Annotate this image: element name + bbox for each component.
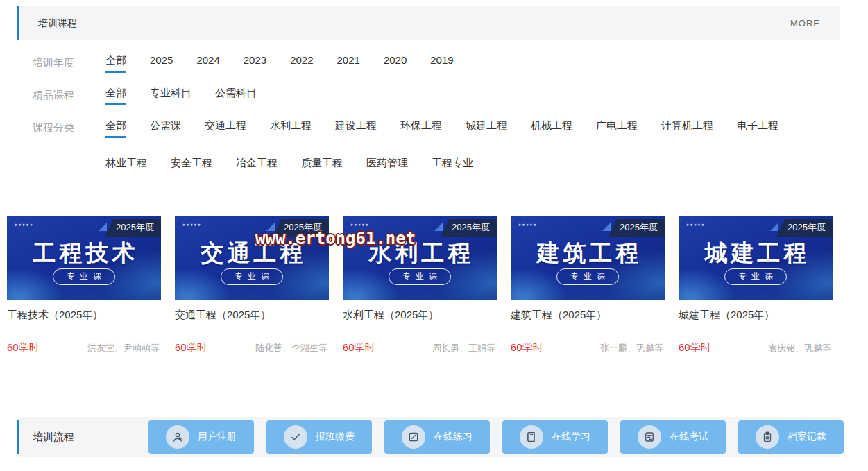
accent-bar <box>17 420 19 454</box>
process-step-报班缴费[interactable]: 报班缴费 <box>266 420 372 454</box>
badge-triangle-icon <box>770 223 778 231</box>
course-title[interactable]: 交通工程（2025年） <box>175 309 329 322</box>
banner-title: 水利工程 <box>343 238 497 269</box>
filter-options: 全部专业科目公需科目 <box>105 87 257 105</box>
filter-option[interactable]: 电子工程 <box>737 119 778 138</box>
filter-option[interactable]: 计算机工程 <box>661 119 713 138</box>
filter-option[interactable]: 全部 <box>105 54 126 73</box>
course-teachers: 陆化普、李湖生等 <box>255 342 327 354</box>
filter-option[interactable]: 2024 <box>196 54 219 73</box>
course-card[interactable]: ▸▸▸▸▸2025年度工程技术专业课工程技术（2025年）60学时洪友堂、尹萌萌… <box>7 216 161 354</box>
more-link[interactable]: MORE <box>790 18 820 28</box>
filter-option[interactable]: 公需科目 <box>215 87 257 105</box>
course-type-pill: 专业课 <box>389 268 451 285</box>
process-bar: 培训流程 用户注册报班缴费在线练习在线学习在线考试档案记载 <box>17 417 840 457</box>
filter-option[interactable]: 工程专业 <box>432 157 473 175</box>
process-step-label: 在线练习 <box>434 431 473 443</box>
filter-row-0: 培训年度全部2025202420232022202120202019 <box>17 54 840 73</box>
filter-option[interactable]: 建设工程 <box>335 119 377 138</box>
course-title[interactable]: 水利工程（2025年） <box>343 309 497 322</box>
filter-option[interactable]: 质量工程 <box>301 157 343 175</box>
banner-title: 交通工程 <box>175 238 329 269</box>
filter-option[interactable]: 水利工程 <box>270 119 312 138</box>
process-step-在线学习[interactable]: 在线学习 <box>502 420 608 454</box>
process-steps: 用户注册报班缴费在线练习在线学习在线考试档案记载 <box>148 420 844 454</box>
filter-rows: 培训年度全部2025202420232022202120202019精品课程全部… <box>17 40 840 175</box>
year-badge: 2025年度 <box>105 219 161 237</box>
section-header: 培训课程 MORE <box>17 6 840 40</box>
filter-option[interactable]: 机械工程 <box>531 119 572 138</box>
process-step-用户注册[interactable]: 用户注册 <box>148 420 254 454</box>
course-banner-image: ▸▸▸▸▸2025年度建筑工程专业课 <box>511 216 665 300</box>
filter-option[interactable]: 安全工程 <box>171 157 212 175</box>
filter-option[interactable]: 林业工程 <box>105 157 147 175</box>
book-icon <box>520 425 543 449</box>
course-card[interactable]: ▸▸▸▸▸2025年度建筑工程专业课建筑工程（2025年）60学时张一麟、巩越等 <box>511 216 665 354</box>
banner-title: 城建工程 <box>679 238 833 269</box>
course-banner-image: ▸▸▸▸▸2025年度水利工程专业课 <box>343 216 497 300</box>
filter-option[interactable]: 广电工程 <box>596 119 638 138</box>
filter-option[interactable]: 2025 <box>150 54 173 73</box>
filter-option[interactable]: 全部 <box>105 87 126 105</box>
filter-option[interactable]: 城建工程 <box>466 119 507 138</box>
edit-icon <box>402 425 425 449</box>
filter-option[interactable]: 2020 <box>384 54 407 73</box>
course-cards: ▸▸▸▸▸2025年度工程技术专业课工程技术（2025年）60学时洪友堂、尹萌萌… <box>7 216 833 354</box>
course-title[interactable]: 工程技术（2025年） <box>7 309 161 322</box>
course-hours: 60学时 <box>175 341 207 354</box>
filter-label: 培训年度 <box>17 54 105 71</box>
process-step-label: 在线学习 <box>552 431 590 443</box>
course-banner-image: ▸▸▸▸▸2025年度工程技术专业课 <box>7 216 161 300</box>
course-type-pill: 专业课 <box>221 268 283 285</box>
filter-option[interactable]: 全部 <box>105 119 126 138</box>
course-type-pill: 专业课 <box>556 268 619 285</box>
course-meta: 60学时袁庆铭、巩越等 <box>679 341 833 354</box>
process-step-label: 档案记载 <box>788 431 826 443</box>
filter-option[interactable]: 2023 <box>244 54 266 73</box>
page-container: 培训课程 MORE 培训年度全部202520242023202220212020… <box>17 6 840 175</box>
filter-option[interactable]: 2021 <box>337 54 360 73</box>
filter-options: 全部公需课交通工程水利工程建设工程环保工程城建工程机械工程广电工程计算机工程电子… <box>105 119 827 175</box>
course-banner-image: ▸▸▸▸▸2025年度城建工程专业课 <box>679 216 833 300</box>
badge-triangle-icon <box>434 223 443 231</box>
process-step-label: 用户注册 <box>198 431 237 443</box>
course-teachers: 周长勇、王娟等 <box>432 342 495 354</box>
filter-option[interactable]: 2022 <box>290 54 313 73</box>
filter-option[interactable]: 2019 <box>430 54 453 73</box>
check-icon <box>284 425 307 449</box>
process-step-档案记载[interactable]: 档案记载 <box>738 420 844 454</box>
filter-option[interactable]: 医药管理 <box>366 157 408 175</box>
course-meta: 60学时陆化普、李湖生等 <box>175 341 329 354</box>
course-title[interactable]: 城建工程（2025年） <box>679 309 833 322</box>
filter-option[interactable]: 环保工程 <box>400 119 442 138</box>
course-meta: 60学时周长勇、王娟等 <box>343 341 497 354</box>
course-banner-image: ▸▸▸▸▸2025年度交通工程专业课 <box>175 216 329 300</box>
course-card[interactable]: ▸▸▸▸▸2025年度城建工程专业课城建工程（2025年）60学时袁庆铭、巩越等 <box>679 216 833 354</box>
decorative-dots-icon: ▸▸▸▸▸ <box>183 222 203 228</box>
process-label: 培训流程 <box>17 431 148 444</box>
course-hours: 60学时 <box>343 341 375 354</box>
filter-option[interactable]: 公需课 <box>150 119 181 138</box>
decorative-dots-icon: ▸▸▸▸▸ <box>351 222 371 228</box>
badge-triangle-icon <box>602 223 611 231</box>
year-badge: 2025年度 <box>609 219 665 237</box>
user-icon <box>166 425 189 449</box>
decorative-dots-icon: ▸▸▸▸▸ <box>687 222 706 228</box>
process-step-在线练习[interactable]: 在线练习 <box>384 420 490 454</box>
filter-row-2: 课程分类全部公需课交通工程水利工程建设工程环保工程城建工程机械工程广电工程计算机… <box>17 119 840 175</box>
archive-icon <box>756 425 779 449</box>
course-type-pill: 专业课 <box>53 268 115 285</box>
course-card[interactable]: ▸▸▸▸▸2025年度水利工程专业课水利工程（2025年）60学时周长勇、王娟等 <box>343 216 497 354</box>
process-step-label: 在线考试 <box>670 431 708 443</box>
filter-option[interactable]: 交通工程 <box>205 119 246 138</box>
filter-option[interactable]: 专业科目 <box>150 87 192 105</box>
filter-option[interactable]: 冶金工程 <box>236 157 278 175</box>
section-title: 培训课程 <box>17 17 77 30</box>
course-title[interactable]: 建筑工程（2025年） <box>511 309 665 322</box>
course-teachers: 洪友堂、尹萌萌等 <box>87 342 160 354</box>
course-card[interactable]: ▸▸▸▸▸2025年度交通工程专业课交通工程（2025年）60学时陆化普、李湖生… <box>175 216 329 354</box>
course-meta: 60学时张一麟、巩越等 <box>511 341 665 354</box>
process-step-在线考试[interactable]: 在线考试 <box>620 420 726 454</box>
decorative-dots-icon: ▸▸▸▸▸ <box>519 222 538 228</box>
course-teachers: 张一麟、巩越等 <box>600 342 663 354</box>
